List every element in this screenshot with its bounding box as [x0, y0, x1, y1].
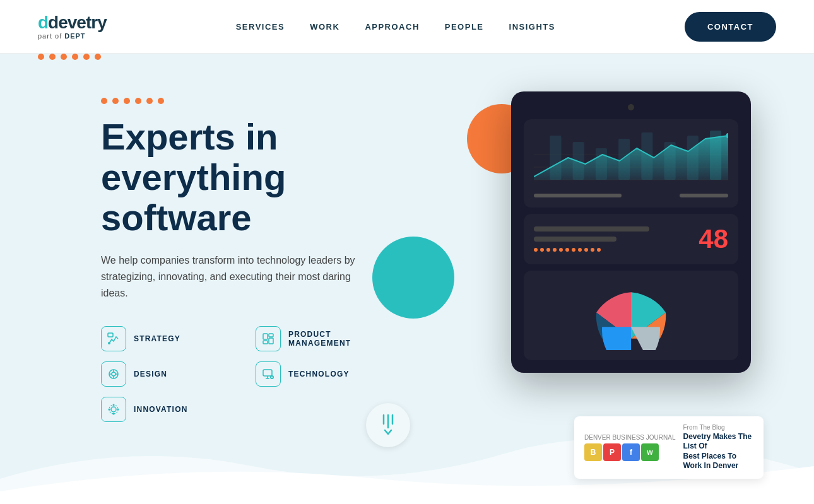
svg-point-18 [111, 407, 116, 412]
header: ddevetry part of DEPT SERVICES WORK APPR… [0, 0, 814, 54]
innovation-label: INNOVATION [134, 405, 188, 414]
dots-top [101, 98, 467, 104]
metric-left [534, 226, 699, 252]
svg-rect-4 [269, 338, 273, 344]
svg-rect-5 [263, 341, 268, 344]
service-innovation[interactable]: INNOVATION [101, 397, 237, 422]
svg-point-7 [112, 372, 115, 376]
product-management-label: PRODUCT MANAGEMENT [288, 330, 391, 348]
technology-label: TECHNOLOGY [288, 370, 350, 378]
dashboard-visual: 48 [511, 91, 776, 373]
logo-f: f [622, 443, 640, 461]
logo-b: B [584, 443, 602, 461]
strategy-label: STRATEGY [134, 334, 180, 343]
innovation-icon [101, 397, 126, 422]
technology-icon [256, 361, 281, 387]
denver-business-journal-label: DENVER BUSINESS JOURNAL [584, 434, 675, 441]
svg-point-21 [117, 409, 119, 411]
metric-bar2 [534, 237, 616, 242]
svg-rect-12 [263, 370, 272, 376]
service-technology[interactable]: TECHNOLOGY [256, 361, 391, 387]
svg-rect-3 [269, 334, 273, 337]
logo[interactable]: ddevetry part of DEPT [38, 14, 107, 40]
product-management-icon [256, 326, 281, 351]
services-grid: STRATEGY PRODUCT MANAGEMENT [101, 326, 391, 422]
scroll-indicator[interactable] [366, 403, 410, 447]
service-product-management[interactable]: PRODUCT MANAGEMENT [256, 326, 391, 351]
metric-bar1 [534, 226, 649, 231]
nav-services[interactable]: SERVICES [236, 22, 285, 32]
scroll-arrows-icon [379, 414, 398, 437]
logo-p: P [603, 443, 621, 461]
logo-main: ddevetry [38, 14, 107, 32]
tablet-camera [628, 104, 634, 110]
nav-insights[interactable]: INSIGHTS [509, 22, 555, 32]
hero-description: We help companies transform into technol… [101, 252, 366, 301]
svg-point-23 [109, 409, 110, 411]
chart-section [524, 119, 738, 208]
svg-point-19 [109, 405, 118, 414]
svg-rect-1 [108, 333, 113, 337]
service-design[interactable]: DESIGN [101, 361, 237, 387]
dots-decoration [38, 54, 101, 60]
metric-section: 48 [524, 214, 738, 264]
blog-from-label: From The Blog [683, 424, 753, 431]
strategy-icon [101, 326, 126, 351]
blog-text: From The Blog Devetry Makes The List Of … [683, 424, 753, 471]
design-icon [101, 361, 126, 387]
hero-title: Experts in everything software [101, 117, 467, 237]
contact-button[interactable]: CONTACT [685, 12, 776, 42]
hero-content: Experts in everything software We help c… [101, 54, 467, 422]
metric-number: 48 [699, 224, 728, 254]
nav-approach[interactable]: APPROACH [365, 22, 419, 32]
blog-logo-strip: B P f w [584, 443, 675, 461]
svg-point-20 [113, 404, 115, 406]
design-label: DESIGN [134, 370, 167, 378]
logo-sub: part of DEPT [38, 33, 107, 40]
nav-people[interactable]: PEOPLE [445, 22, 484, 32]
svg-rect-2 [263, 334, 268, 339]
hero-section: Experts in everything software We help c… [0, 54, 814, 504]
nav-work[interactable]: WORK [310, 22, 339, 32]
pie-chart-section [524, 271, 738, 360]
service-strategy[interactable]: STRATEGY [101, 326, 237, 351]
metric-dots [534, 248, 699, 252]
tablet-frame: 48 [511, 91, 751, 373]
blog-badge[interactable]: DENVER BUSINESS JOURNAL B P f w From The… [574, 416, 764, 479]
svg-point-0 [108, 342, 110, 344]
svg-point-22 [113, 413, 115, 415]
blog-headline: Devetry Makes The List Of Best Places To… [683, 432, 753, 471]
main-nav: SERVICES WORK APPROACH PEOPLE INSIGHTS [236, 22, 555, 32]
logo-w: w [641, 443, 659, 461]
pie-chart-svg [534, 281, 728, 350]
blog-logo-area: DENVER BUSINESS JOURNAL B P f w [584, 434, 675, 461]
